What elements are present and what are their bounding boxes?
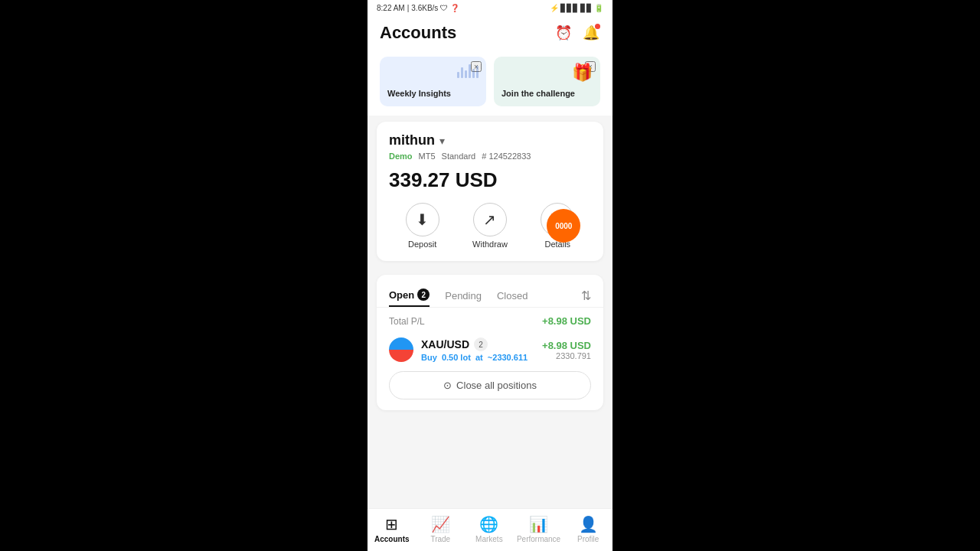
pl-row: Total P/L +8.98 USD [377, 308, 603, 331]
fab-button[interactable]: 0000 [547, 209, 580, 243]
shield-icon: 🛡 [440, 4, 448, 12]
position-sub: Buy 0.50 lot at ~2330.611 [421, 353, 534, 362]
details-button[interactable]: ☰ Details 0000 [541, 203, 574, 249]
nav-trade[interactable]: 📈 Trade [420, 515, 462, 543]
nav-profile[interactable]: 👤 Profile [567, 515, 609, 543]
trade-nav-icon: 📈 [431, 515, 450, 533]
performance-nav-icon: 📊 [529, 515, 548, 533]
position-symbol: XAU/USD [421, 338, 469, 350]
nav-markets[interactable]: 🌐 Markets [468, 515, 510, 543]
tag-platform: MT5 [419, 152, 436, 161]
status-left: 8:22 AM | 3.6KB/s 🛡 ❓ [377, 4, 459, 12]
bluetooth-icon: ⚡ [550, 4, 559, 12]
pl-label: Total P/L [389, 316, 425, 327]
tag-type: Standard [442, 152, 476, 161]
notification-dot [595, 24, 600, 29]
header-icons: ⏰ 🔔 [554, 24, 600, 42]
network-speed: 3.6KB/s [411, 4, 438, 12]
flag-top [389, 337, 413, 350]
withdraw-label: Withdraw [472, 240, 508, 249]
bottom-nav: ⊞ Accounts 📈 Trade 🌐 Markets 📊 Performan… [368, 508, 612, 551]
tab-pending[interactable]: Pending [445, 285, 482, 306]
speed: | [407, 4, 410, 12]
alarm-icon: ⏰ [555, 24, 572, 41]
profile-nav-icon: 👤 [579, 515, 598, 533]
trades-card: Open 2 Pending Closed ⇅ Total P/L +8.98 … [377, 275, 603, 410]
accounts-nav-icon: ⊞ [385, 515, 398, 533]
position-current-price: 2330.791 [542, 351, 591, 360]
close-all-button[interactable]: ⊙ Close all positions [389, 371, 591, 399]
time: 8:22 AM [377, 4, 405, 12]
flag-bottom [389, 350, 413, 362]
tabs-row: Open 2 Pending Closed ⇅ [377, 275, 603, 308]
tab-pending-label: Pending [445, 290, 482, 302]
gift-icon: 🎁 [572, 63, 593, 83]
status-bar: 8:22 AM | 3.6KB/s 🛡 ❓ ⚡ ▊▊▊ ▊▊ 🔋 [368, 0, 612, 15]
account-card: mithun ▾ Demo MT5 Standard # 124522833 3… [377, 122, 603, 261]
position-flag [389, 337, 413, 362]
nav-performance[interactable]: 📊 Performance [517, 515, 560, 543]
notification-button[interactable]: 🔔 [582, 24, 600, 42]
account-balance: 339.27 USD [389, 168, 591, 192]
spacer [368, 267, 612, 275]
profile-nav-label: Profile [577, 535, 599, 543]
position-symbol-row: XAU/USD 2 [421, 337, 534, 351]
close-all-label: Close all positions [456, 380, 537, 391]
battery-icon: 🔋 [594, 4, 603, 12]
account-tags: Demo MT5 Standard # 124522833 [389, 152, 591, 161]
trade-nav-label: Trade [430, 535, 450, 543]
accounts-nav-label: Accounts [374, 535, 410, 543]
tab-open[interactable]: Open 2 [389, 284, 430, 307]
nav-accounts[interactable]: ⊞ Accounts [371, 515, 413, 543]
action-buttons: ⬇ Deposit ↗ Withdraw ☰ Details 0000 [389, 203, 591, 249]
status-right: ⚡ ▊▊▊ ▊▊ 🔋 [550, 4, 603, 12]
tab-open-badge: 2 [417, 289, 430, 301]
markets-nav-label: Markets [475, 535, 503, 543]
banner-section: × Weekly Insights × 🎁 Join the challenge [368, 51, 612, 116]
app-header: Accounts ⏰ 🔔 [368, 15, 612, 51]
position-row[interactable]: XAU/USD 2 Buy 0.50 lot at ~2330.611 +8.9… [377, 331, 603, 371]
account-name-row: mithun ▾ [389, 132, 591, 148]
alarm-button[interactable]: ⏰ [554, 24, 573, 42]
withdraw-icon-circle: ↗ [473, 203, 507, 236]
deposit-button[interactable]: ⬇ Deposit [406, 203, 439, 249]
account-chevron-icon[interactable]: ▾ [439, 135, 445, 147]
at-label: at [475, 353, 483, 362]
chart-decoration [457, 64, 479, 78]
withdraw-button[interactable]: ↗ Withdraw [472, 203, 508, 249]
tab-closed-label: Closed [497, 290, 528, 302]
deposit-icon-circle: ⬇ [406, 203, 439, 236]
deposit-label: Deposit [408, 240, 436, 249]
wifi-icon: ▊▊ [580, 4, 593, 12]
signal-bars: ▊▊▊ [560, 4, 579, 12]
tab-closed[interactable]: Closed [497, 285, 528, 306]
sort-button[interactable]: ⇅ [581, 289, 591, 303]
question-icon: ❓ [450, 4, 459, 12]
tab-open-label: Open [389, 289, 414, 301]
entry-price: ~2330.611 [488, 353, 528, 362]
position-values: +8.98 USD 2330.791 [542, 340, 591, 360]
page-title: Accounts [380, 23, 456, 43]
tag-account-number: # 124522833 [482, 152, 531, 161]
fab-label: 0000 [555, 222, 572, 230]
direction-label: Buy [421, 353, 437, 362]
banner-weekly-insights: × Weekly Insights [380, 57, 486, 106]
banner-challenge: × 🎁 Join the challenge [494, 57, 600, 106]
account-name: mithun [389, 132, 435, 148]
banner-2-text: Join the challenge [501, 88, 593, 99]
banner-1-text: Weekly Insights [387, 88, 479, 99]
pl-value: +8.98 USD [542, 315, 591, 327]
position-pnl: +8.98 USD [542, 340, 591, 351]
position-count-badge: 2 [474, 337, 488, 351]
close-all-icon: ⊙ [443, 380, 452, 391]
lot-size: 0.50 lot [442, 353, 471, 362]
position-info: XAU/USD 2 Buy 0.50 lot at ~2330.611 [421, 337, 534, 362]
performance-nav-label: Performance [517, 535, 560, 543]
tag-demo: Demo [389, 152, 413, 161]
markets-nav-icon: 🌐 [479, 515, 498, 533]
